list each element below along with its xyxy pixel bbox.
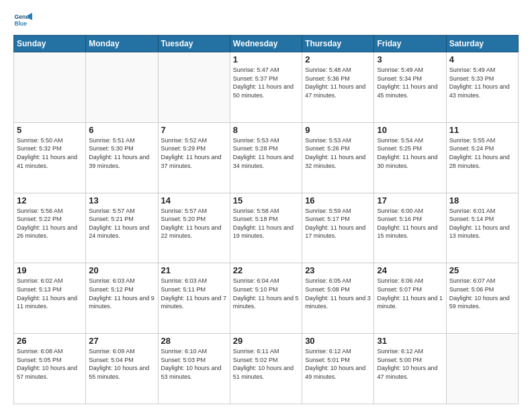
logo-icon: General Blue <box>13 11 32 30</box>
calendar-cell: 22Sunrise: 6:04 AM Sunset: 5:10 PM Dayli… <box>230 263 302 334</box>
calendar-cell: 5Sunrise: 5:50 AM Sunset: 5:32 PM Daylig… <box>14 122 86 193</box>
cell-day-number: 16 <box>305 195 371 205</box>
calendar-cell <box>14 52 86 123</box>
week-row-2: 5Sunrise: 5:50 AM Sunset: 5:32 PM Daylig… <box>14 122 519 193</box>
calendar-cell: 28Sunrise: 6:10 AM Sunset: 5:03 PM Dayli… <box>158 334 230 404</box>
cell-day-number: 5 <box>17 125 83 135</box>
cell-info-text: Sunrise: 5:48 AM Sunset: 5:36 PM Dayligh… <box>305 66 371 99</box>
calendar-cell: 15Sunrise: 5:58 AM Sunset: 5:18 PM Dayli… <box>230 193 302 263</box>
cell-day-number: 4 <box>449 54 515 64</box>
cell-day-number: 10 <box>377 125 443 135</box>
cell-day-number: 24 <box>377 265 443 275</box>
week-row-4: 19Sunrise: 6:02 AM Sunset: 5:13 PM Dayli… <box>14 263 519 334</box>
cell-info-text: Sunrise: 5:52 AM Sunset: 5:29 PM Dayligh… <box>161 136 227 170</box>
calendar-cell: 8Sunrise: 5:53 AM Sunset: 5:28 PM Daylig… <box>230 122 302 193</box>
cell-info-text: Sunrise: 6:07 AM Sunset: 5:06 PM Dayligh… <box>449 277 515 310</box>
cell-day-number: 8 <box>233 125 299 135</box>
calendar-cell: 10Sunrise: 5:54 AM Sunset: 5:25 PM Dayli… <box>374 122 446 193</box>
calendar-cell: 14Sunrise: 5:57 AM Sunset: 5:20 PM Dayli… <box>158 193 230 263</box>
cell-day-number: 15 <box>233 195 299 205</box>
cell-info-text: Sunrise: 6:05 AM Sunset: 5:08 PM Dayligh… <box>305 277 371 310</box>
calendar-cell: 16Sunrise: 5:59 AM Sunset: 5:17 PM Dayli… <box>302 193 374 263</box>
cell-day-number: 29 <box>233 336 299 346</box>
cell-info-text: Sunrise: 6:00 AM Sunset: 5:16 PM Dayligh… <box>377 207 443 240</box>
week-row-3: 12Sunrise: 5:56 AM Sunset: 5:22 PM Dayli… <box>14 193 519 263</box>
week-row-5: 26Sunrise: 6:08 AM Sunset: 5:05 PM Dayli… <box>14 334 519 404</box>
cell-info-text: Sunrise: 5:55 AM Sunset: 5:24 PM Dayligh… <box>449 136 515 170</box>
calendar-cell <box>158 52 230 123</box>
weekday-header-row: SundayMondayTuesdayWednesdayThursdayFrid… <box>14 36 519 52</box>
cell-day-number: 21 <box>161 265 227 275</box>
cell-info-text: Sunrise: 5:49 AM Sunset: 5:34 PM Dayligh… <box>377 66 443 99</box>
cell-day-number: 1 <box>233 54 299 64</box>
calendar-cell: 2Sunrise: 5:48 AM Sunset: 5:36 PM Daylig… <box>302 52 374 123</box>
calendar-cell: 19Sunrise: 6:02 AM Sunset: 5:13 PM Dayli… <box>14 263 86 334</box>
cell-info-text: Sunrise: 5:59 AM Sunset: 5:17 PM Dayligh… <box>305 207 371 240</box>
weekday-header-monday: Monday <box>86 36 158 52</box>
cell-info-text: Sunrise: 6:09 AM Sunset: 5:04 PM Dayligh… <box>89 347 154 381</box>
cell-info-text: Sunrise: 6:12 AM Sunset: 5:01 PM Dayligh… <box>305 347 371 381</box>
calendar-cell: 31Sunrise: 6:12 AM Sunset: 5:00 PM Dayli… <box>374 334 446 404</box>
calendar-cell: 25Sunrise: 6:07 AM Sunset: 5:06 PM Dayli… <box>446 263 518 334</box>
cell-day-number: 3 <box>377 54 443 64</box>
calendar-cell: 17Sunrise: 6:00 AM Sunset: 5:16 PM Dayli… <box>374 193 446 263</box>
calendar-cell: 21Sunrise: 6:03 AM Sunset: 5:11 PM Dayli… <box>158 263 230 334</box>
cell-info-text: Sunrise: 6:11 AM Sunset: 5:02 PM Dayligh… <box>233 347 299 381</box>
cell-info-text: Sunrise: 5:57 AM Sunset: 5:20 PM Dayligh… <box>161 207 227 240</box>
calendar-cell: 4Sunrise: 5:49 AM Sunset: 5:33 PM Daylig… <box>446 52 518 123</box>
cell-info-text: Sunrise: 6:08 AM Sunset: 5:05 PM Dayligh… <box>17 347 83 381</box>
cell-info-text: Sunrise: 6:03 AM Sunset: 5:12 PM Dayligh… <box>89 277 154 310</box>
cell-day-number: 2 <box>305 54 371 64</box>
cell-day-number: 14 <box>161 195 227 205</box>
cell-info-text: Sunrise: 6:03 AM Sunset: 5:11 PM Dayligh… <box>161 277 227 310</box>
cell-day-number: 26 <box>17 336 83 346</box>
cell-info-text: Sunrise: 5:47 AM Sunset: 5:37 PM Dayligh… <box>233 66 299 99</box>
cell-day-number: 22 <box>233 265 299 275</box>
cell-day-number: 27 <box>89 336 154 346</box>
weekday-header-wednesday: Wednesday <box>230 36 302 52</box>
cell-info-text: Sunrise: 5:54 AM Sunset: 5:25 PM Dayligh… <box>377 136 443 170</box>
calendar-cell: 6Sunrise: 5:51 AM Sunset: 5:30 PM Daylig… <box>86 122 158 193</box>
cell-info-text: Sunrise: 6:06 AM Sunset: 5:07 PM Dayligh… <box>377 277 443 310</box>
header: General Blue <box>13 11 519 30</box>
cell-day-number: 23 <box>305 265 371 275</box>
logo: General Blue <box>13 11 35 30</box>
calendar-cell: 20Sunrise: 6:03 AM Sunset: 5:12 PM Dayli… <box>86 263 158 334</box>
calendar-cell: 18Sunrise: 6:01 AM Sunset: 5:14 PM Dayli… <box>446 193 518 263</box>
cell-info-text: Sunrise: 5:56 AM Sunset: 5:22 PM Dayligh… <box>17 207 83 240</box>
cell-day-number: 6 <box>89 125 154 135</box>
calendar-cell: 12Sunrise: 5:56 AM Sunset: 5:22 PM Dayli… <box>14 193 86 263</box>
cell-info-text: Sunrise: 5:49 AM Sunset: 5:33 PM Dayligh… <box>449 66 515 99</box>
cell-info-text: Sunrise: 6:10 AM Sunset: 5:03 PM Dayligh… <box>161 347 227 381</box>
cell-info-text: Sunrise: 5:53 AM Sunset: 5:28 PM Dayligh… <box>233 136 299 170</box>
calendar-cell <box>446 334 518 404</box>
calendar-cell: 30Sunrise: 6:12 AM Sunset: 5:01 PM Dayli… <box>302 334 374 404</box>
cell-info-text: Sunrise: 5:51 AM Sunset: 5:30 PM Dayligh… <box>89 136 154 170</box>
cell-day-number: 25 <box>449 265 515 275</box>
calendar-cell: 1Sunrise: 5:47 AM Sunset: 5:37 PM Daylig… <box>230 52 302 123</box>
svg-text:Blue: Blue <box>15 20 28 27</box>
calendar-cell: 23Sunrise: 6:05 AM Sunset: 5:08 PM Dayli… <box>302 263 374 334</box>
cell-info-text: Sunrise: 6:01 AM Sunset: 5:14 PM Dayligh… <box>449 207 515 240</box>
weekday-header-tuesday: Tuesday <box>158 36 230 52</box>
cell-info-text: Sunrise: 5:58 AM Sunset: 5:18 PM Dayligh… <box>233 207 299 240</box>
cell-info-text: Sunrise: 6:02 AM Sunset: 5:13 PM Dayligh… <box>17 277 83 310</box>
cell-day-number: 11 <box>449 125 515 135</box>
page: General Blue SundayMondayTuesdayWednesda… <box>0 0 532 411</box>
weekday-header-saturday: Saturday <box>446 36 518 52</box>
calendar-table: SundayMondayTuesdayWednesdayThursdayFrid… <box>13 35 519 404</box>
cell-day-number: 30 <box>305 336 371 346</box>
cell-info-text: Sunrise: 6:04 AM Sunset: 5:10 PM Dayligh… <box>233 277 299 310</box>
calendar-cell: 27Sunrise: 6:09 AM Sunset: 5:04 PM Dayli… <box>86 334 158 404</box>
weekday-header-friday: Friday <box>374 36 446 52</box>
cell-day-number: 7 <box>161 125 227 135</box>
cell-info-text: Sunrise: 5:53 AM Sunset: 5:26 PM Dayligh… <box>305 136 371 170</box>
cell-day-number: 9 <box>305 125 371 135</box>
cell-day-number: 17 <box>377 195 443 205</box>
cell-day-number: 20 <box>89 265 154 275</box>
weekday-header-sunday: Sunday <box>14 36 86 52</box>
cell-info-text: Sunrise: 5:57 AM Sunset: 5:21 PM Dayligh… <box>89 207 154 240</box>
calendar-cell: 26Sunrise: 6:08 AM Sunset: 5:05 PM Dayli… <box>14 334 86 404</box>
cell-day-number: 12 <box>17 195 83 205</box>
cell-day-number: 31 <box>377 336 443 346</box>
